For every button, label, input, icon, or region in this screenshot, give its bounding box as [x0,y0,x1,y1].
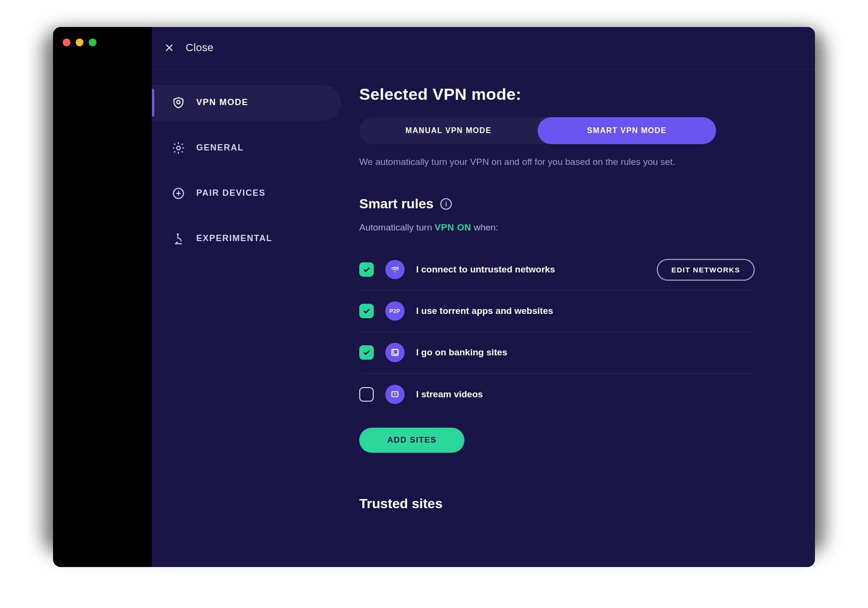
p2p-icon: P2P [385,301,405,321]
svg-rect-6 [393,350,398,354]
svg-point-4 [398,270,399,270]
rule-label: I use torrent apps and websites [416,306,755,316]
gear-icon [171,141,186,155]
rule-row-stream: I stream videos [359,374,755,415]
sidebar-item-general[interactable]: GENERAL [152,130,341,166]
svg-point-3 [394,271,396,272]
auto-suffix: when: [471,222,498,232]
panel-header: Close [152,27,815,69]
smart-rules-subtext: Automatically turn VPN ON when: [359,222,781,233]
rule-checkbox[interactable] [359,345,374,360]
page-title: Selected VPN mode: [359,85,781,104]
svg-point-0 [177,100,180,104]
settings-panel: Close VPN MODE GENERAL [152,27,815,567]
content-area: Selected VPN mode: MANUAL VPN MODE SMART… [350,69,815,567]
window-chrome-strip [53,27,152,567]
close-label[interactable]: Close [186,41,214,54]
trusted-sites-heading: Trusted sites [359,496,781,512]
smart-rules-list: I connect to untrusted networks EDIT NET… [359,249,755,415]
sidebar-item-label: VPN MODE [196,97,248,108]
auto-prefix: Automatically turn [359,222,434,232]
vpn-mode-segmented: MANUAL VPN MODE SMART VPN MODE [359,117,716,144]
info-icon[interactable]: i [440,198,452,210]
window-traffic-lights [63,39,142,46]
smart-rules-heading-text: Smart rules [359,196,434,212]
rule-label: I go on banking sites [416,347,755,358]
rule-row-networks: I connect to untrusted networks EDIT NET… [359,249,755,291]
bank-icon [385,343,405,362]
rule-checkbox[interactable] [359,304,374,318]
app-window: Close VPN MODE GENERAL [53,27,815,567]
sidebar-nav: VPN MODE GENERAL PAIR DEVICES [152,69,350,567]
rule-checkbox[interactable] [359,262,374,277]
rule-label: I connect to untrusted networks [416,264,645,275]
segmented-option-manual[interactable]: MANUAL VPN MODE [359,117,538,144]
sidebar-item-experimental[interactable]: EXPERIMENTAL [152,221,341,257]
sidebar-item-pair-devices[interactable]: PAIR DEVICES [152,176,341,211]
plus-circle-icon [171,186,186,201]
rule-row-torrent: P2P I use torrent apps and websites [359,291,755,332]
mode-description: We automatically turn your VPN on and of… [359,157,781,167]
shield-icon [171,95,186,110]
traffic-light-close[interactable] [63,39,70,46]
stream-icon [385,385,405,404]
rule-checkbox[interactable] [359,387,374,402]
sidebar-item-label: GENERAL [196,143,244,153]
traffic-light-zoom[interactable] [89,39,96,46]
add-sites-button[interactable]: ADD SITES [359,428,464,453]
edit-networks-button[interactable]: EDIT NETWORKS [657,259,755,281]
sidebar-item-vpn-mode[interactable]: VPN MODE [152,85,341,121]
smart-rules-heading: Smart rules i [359,196,781,212]
rule-row-banking: I go on banking sites [359,332,755,374]
svg-point-1 [176,146,180,149]
sidebar-item-label: EXPERIMENTAL [196,233,272,243]
segmented-option-smart[interactable]: SMART VPN MODE [538,117,716,144]
close-icon[interactable] [163,41,176,54]
vpn-on-highlight: VPN ON [434,222,471,232]
sidebar-item-label: PAIR DEVICES [196,188,266,198]
rule-label: I stream videos [416,389,755,400]
wifi-icon [385,260,405,279]
microscope-icon [171,231,186,246]
traffic-light-minimize[interactable] [76,39,83,46]
